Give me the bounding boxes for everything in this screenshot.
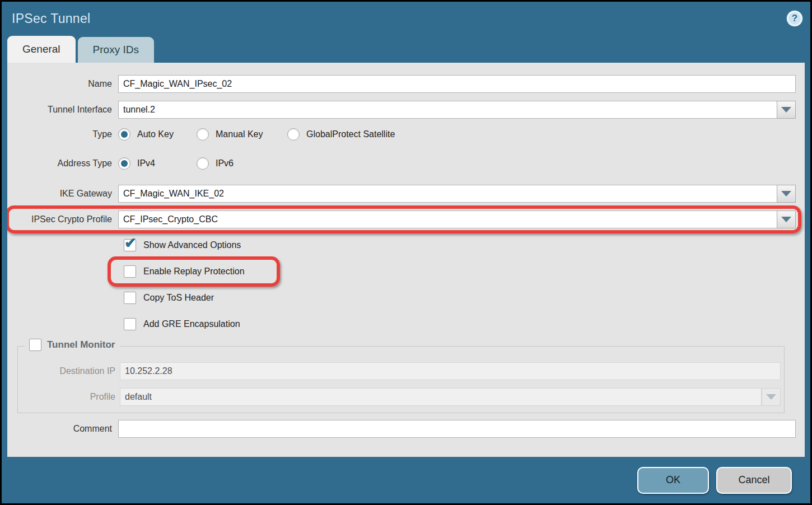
- ike-gateway-dropdown-button[interactable]: [777, 185, 796, 203]
- copy-tos-header-row: Copy ToS Header: [124, 290, 796, 305]
- chevron-down-icon: [781, 107, 791, 113]
- destination-ip-label: Destination IP: [18, 366, 120, 376]
- type-row: Type Auto Key Manual Key GlobalProtect S…: [7, 127, 796, 142]
- name-input[interactable]: [118, 75, 796, 93]
- type-radio-manual-key[interactable]: Manual Key: [197, 128, 287, 141]
- type-radio-auto-key[interactable]: Auto Key: [118, 128, 197, 141]
- destination-ip-row: Destination IP: [18, 362, 781, 380]
- tunnel-monitor-legend: Tunnel Monitor: [25, 339, 120, 351]
- chevron-down-icon: [766, 394, 776, 400]
- show-advanced-options-checkbox[interactable]: ✔: [124, 239, 136, 251]
- cancel-button-label: Cancel: [738, 474, 769, 486]
- profile-row: Profile: [18, 388, 781, 406]
- address-type-radio-ipv4[interactable]: IPv4: [118, 157, 197, 170]
- ok-button-label: OK: [666, 474, 680, 486]
- tab-general[interactable]: General: [7, 36, 76, 63]
- type-option-label: Manual Key: [216, 129, 263, 139]
- profile-input: [120, 388, 762, 406]
- help-icon[interactable]: ?: [787, 11, 802, 26]
- type-option-label: GlobalProtect Satellite: [306, 129, 395, 139]
- tunnel-interface-dropdown-button[interactable]: [777, 101, 796, 119]
- destination-ip-input: [120, 362, 781, 380]
- comment-label: Comment: [7, 424, 118, 434]
- radio-icon[interactable]: [287, 128, 300, 141]
- tab-general-label: General: [22, 43, 60, 55]
- profile-label: Profile: [18, 392, 120, 402]
- ok-button[interactable]: OK: [637, 467, 709, 494]
- address-type-radio-ipv6[interactable]: IPv6: [197, 157, 234, 170]
- address-type-option-label: IPv4: [137, 158, 155, 169]
- add-gre-encapsulation-label: Add GRE Encapsulation: [143, 319, 240, 329]
- tab-proxy-ids[interactable]: Proxy IDs: [78, 37, 154, 63]
- tunnel-interface-input[interactable]: [118, 101, 777, 119]
- ike-gateway-label: IKE Gateway: [7, 189, 118, 199]
- dialog-titlebar: IPSec Tunnel ?: [2, 2, 810, 35]
- copy-tos-header-label: Copy ToS Header: [143, 293, 214, 303]
- help-icon-glyph: ?: [792, 13, 797, 24]
- radio-icon[interactable]: [197, 157, 209, 170]
- name-label: Name: [7, 79, 118, 89]
- tunnel-monitor-checkbox[interactable]: [29, 339, 41, 351]
- enable-replay-protection-checkbox[interactable]: [124, 265, 136, 278]
- address-type-label: Address Type: [7, 158, 118, 169]
- show-advanced-options-label: Show Advanced Options: [143, 240, 241, 250]
- radio-icon[interactable]: [197, 128, 209, 141]
- address-type-row: Address Type IPv4 IPv6: [7, 156, 796, 171]
- chevron-down-icon: [781, 217, 791, 222]
- type-radio-globalprotect-satellite[interactable]: GlobalProtect Satellite: [287, 128, 395, 141]
- add-gre-encapsulation-row: Add GRE Encapsulation: [124, 316, 796, 331]
- tab-bar: General Proxy IDs: [2, 35, 810, 63]
- comment-row: Comment: [7, 420, 796, 438]
- ipsec-crypto-profile-input[interactable]: [118, 211, 777, 228]
- chevron-down-icon: [781, 191, 791, 197]
- tunnel-interface-label: Tunnel Interface: [7, 105, 118, 115]
- ipsec-tunnel-dialog: IPSec Tunnel ? General Proxy IDs Name Tu…: [2, 2, 810, 503]
- ipsec-crypto-profile-row: IPSec Crypto Profile: [7, 211, 796, 228]
- tunnel-interface-row: Tunnel Interface: [7, 101, 796, 119]
- show-advanced-options-row: ✔ Show Advanced Options: [124, 237, 796, 252]
- ipsec-crypto-profile-label: IPSec Crypto Profile: [7, 214, 118, 225]
- cancel-button[interactable]: Cancel: [716, 467, 792, 494]
- dialog-footer: OK Cancel: [2, 457, 810, 503]
- checkmark-icon: ✔: [124, 235, 137, 252]
- tunnel-monitor-section: Tunnel Monitor Destination IP Profile: [17, 346, 785, 413]
- enable-replay-protection-row: Enable Replay Protection: [124, 264, 796, 279]
- type-label: Type: [7, 129, 118, 139]
- tab-proxy-ids-label: Proxy IDs: [93, 44, 139, 56]
- name-row: Name: [7, 75, 796, 93]
- ike-gateway-row: IKE Gateway: [7, 185, 796, 203]
- add-gre-encapsulation-checkbox[interactable]: [124, 318, 136, 330]
- address-type-option-label: IPv6: [216, 158, 234, 169]
- radio-selected-icon[interactable]: [118, 157, 130, 170]
- profile-dropdown-button: [762, 388, 781, 406]
- copy-tos-header-checkbox[interactable]: [124, 292, 136, 304]
- radio-selected-icon[interactable]: [118, 128, 130, 141]
- tunnel-monitor-label: Tunnel Monitor: [47, 339, 115, 350]
- comment-input[interactable]: [118, 420, 796, 438]
- general-tab-panel: Name Tunnel Interface Type Auto Key: [7, 63, 805, 457]
- type-option-label: Auto Key: [137, 129, 174, 139]
- ike-gateway-input[interactable]: [118, 185, 777, 203]
- ipsec-crypto-profile-dropdown-button[interactable]: [777, 211, 796, 228]
- enable-replay-protection-label: Enable Replay Protection: [143, 266, 245, 277]
- page-title: IPSec Tunnel: [12, 11, 90, 26]
